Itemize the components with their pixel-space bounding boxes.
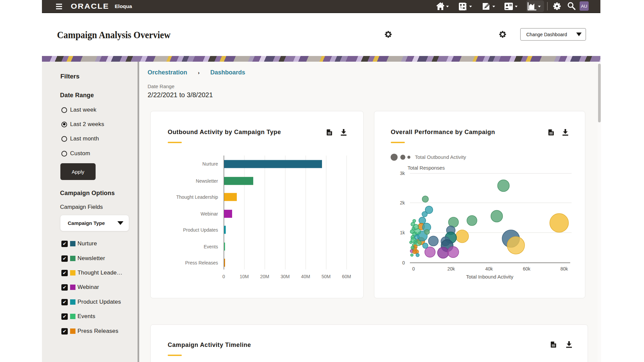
svg-text:80k: 80k [560, 266, 569, 272]
svg-text:Webinar: Webinar [201, 211, 218, 217]
svg-text:2k: 2k [400, 200, 405, 205]
svg-text:Events: Events [204, 244, 218, 249]
svg-text:50M: 50M [321, 274, 330, 279]
svg-text:40M: 40M [301, 274, 310, 279]
svg-text:30M: 30M [280, 274, 289, 279]
svg-text:40k: 40k [485, 266, 493, 272]
svg-text:Product Updates: Product Updates [183, 227, 218, 233]
svg-text:10M: 10M [239, 274, 249, 279]
svg-text:0: 0 [402, 260, 405, 265]
svg-text:60k: 60k [523, 266, 531, 272]
svg-text:1k: 1k [400, 230, 405, 235]
svg-text:60M: 60M [342, 274, 351, 279]
svg-text:Newsletter: Newsletter [196, 178, 218, 184]
svg-text:Total Inbound Activity: Total Inbound Activity [466, 274, 514, 280]
svg-text:Total Outbound Activity: Total Outbound Activity [415, 154, 466, 160]
svg-text:Thought Leadership: Thought Leadership [176, 194, 218, 200]
svg-text:0: 0 [412, 266, 415, 272]
svg-text:Nurture: Nurture [202, 161, 218, 167]
svg-text:0: 0 [222, 274, 225, 279]
svg-text:20M: 20M [260, 274, 269, 279]
svg-text:Press Releases: Press Releases [185, 260, 218, 265]
svg-text:20k: 20k [447, 266, 455, 272]
svg-text:Total Responses: Total Responses [408, 165, 445, 171]
svg-text:3k: 3k [400, 171, 405, 176]
